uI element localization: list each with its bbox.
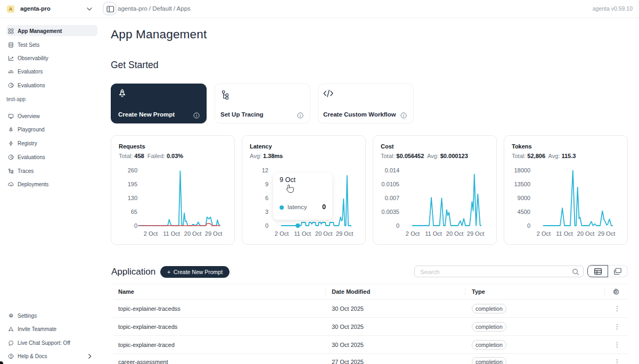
svg-text:195: 195	[128, 181, 137, 187]
svg-text:29 Oct: 29 Oct	[205, 230, 222, 237]
svg-text:130: 130	[128, 195, 137, 201]
svg-text:11 Oct: 11 Oct	[294, 230, 311, 237]
svg-text:12: 12	[262, 167, 268, 173]
svg-text:13500: 13500	[514, 181, 530, 187]
svg-text:2 Oct: 2 Oct	[144, 230, 158, 237]
svg-text:20 Oct: 20 Oct	[184, 230, 201, 237]
svg-text:29 Oct: 29 Oct	[467, 230, 484, 237]
svg-text:260: 260	[128, 167, 137, 173]
svg-text:0.014: 0.014	[384, 167, 399, 173]
svg-text:2 Oct: 2 Oct	[275, 230, 289, 237]
svg-text:2 Oct: 2 Oct	[406, 230, 420, 237]
svg-text:11 Oct: 11 Oct	[163, 230, 180, 237]
svg-text:0.0105: 0.0105	[381, 181, 399, 187]
svg-text:6: 6	[265, 195, 268, 201]
svg-text:65: 65	[131, 209, 137, 215]
svg-text:0: 0	[396, 222, 399, 229]
svg-text:0.0035: 0.0035	[381, 209, 399, 215]
svg-text:20 Oct: 20 Oct	[446, 230, 463, 237]
svg-text:18000: 18000	[514, 167, 530, 173]
svg-text:9: 9	[265, 181, 268, 187]
svg-text:29 Oct: 29 Oct	[336, 230, 353, 237]
svg-text:2 Oct: 2 Oct	[537, 230, 551, 237]
svg-text:0.007: 0.007	[384, 195, 399, 201]
svg-text:29 Oct: 29 Oct	[598, 230, 615, 237]
svg-text:11 Oct: 11 Oct	[425, 230, 442, 237]
svg-text:9000: 9000	[518, 195, 530, 201]
svg-text:4500: 4500	[518, 209, 530, 215]
svg-text:0: 0	[265, 222, 268, 229]
svg-text:20 Oct: 20 Oct	[577, 230, 594, 237]
svg-text:0: 0	[527, 222, 530, 229]
svg-text:0: 0	[134, 222, 137, 229]
svg-text:20 Oct: 20 Oct	[315, 230, 332, 237]
svg-text:11 Oct: 11 Oct	[556, 230, 573, 237]
svg-text:3: 3	[265, 209, 268, 215]
